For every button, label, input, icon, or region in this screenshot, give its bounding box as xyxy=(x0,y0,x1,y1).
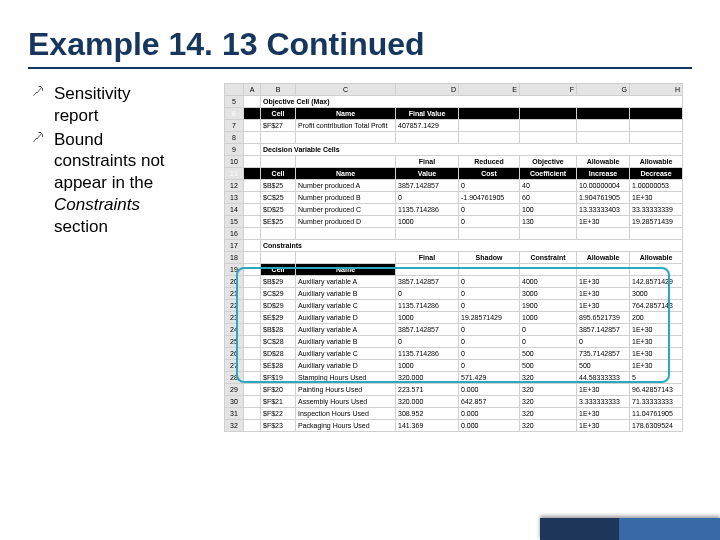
table-row: 32$F$23Packaging Hours Used141.3690.0003… xyxy=(225,420,683,432)
table-row: 10FinalReducedObjectiveAllowableAllowabl… xyxy=(225,156,683,168)
table-row: 19CellName xyxy=(225,264,683,276)
bullet-text: Sensitivity report xyxy=(54,83,131,127)
col-G: G xyxy=(577,84,630,96)
txt: Sensitivity xyxy=(54,84,131,103)
bullet-list: ⸕ Sensitivity report ⸕ Bound constraints… xyxy=(28,83,214,432)
table-row: 8 xyxy=(225,132,683,144)
bullet-marker-icon: ⸕ xyxy=(32,83,46,127)
spreadsheet-wrap: A B C D E F G H 5Objective Cell (Max) 6C… xyxy=(224,83,683,432)
col-A: A xyxy=(244,84,261,96)
table-row: 15$E$25Number produced D100001301E+3019.… xyxy=(225,216,683,228)
table-row: 26$D$28Auxiliary variable C1135.71428605… xyxy=(225,348,683,360)
slide-accent-bar xyxy=(540,518,720,540)
table-row: 28$F$19Stamping Hours Used320.000571.429… xyxy=(225,372,683,384)
table-row: 14$D$25Number produced C1135.71428601001… xyxy=(225,204,683,216)
section-label: Decision Variable Cells xyxy=(261,144,683,156)
table-row: 25$C$28Auxiliary variable B00001E+30 xyxy=(225,336,683,348)
col-H: H xyxy=(630,84,683,96)
bullet-text: Bound constraints not appear in the Cons… xyxy=(54,129,165,238)
col-E: E xyxy=(459,84,520,96)
table-row: 6CellNameFinal Value xyxy=(225,108,683,120)
table-row: 18FinalShadowConstraintAllowableAllowabl… xyxy=(225,252,683,264)
slide: Example 14. 13 Continued ⸕ Sensitivity r… xyxy=(0,0,720,540)
slide-title: Example 14. 13 Continued xyxy=(28,26,692,63)
table-row: 31$F$22Inspection Hours Used308.9520.000… xyxy=(225,408,683,420)
table-row: 7$F$27Profit contribution Total Profit40… xyxy=(225,120,683,132)
bullet-marker-icon: ⸕ xyxy=(32,129,46,238)
title-rule xyxy=(28,67,692,69)
table-row: 5Objective Cell (Max) xyxy=(225,96,683,108)
section-label: Objective Cell (Max) xyxy=(261,96,683,108)
table-row: 21$C$29Auxiliary variable B0030001E+3030… xyxy=(225,288,683,300)
table-row: 12$B$25Number produced A3857.14285704010… xyxy=(225,180,683,192)
table-row: 17Constraints xyxy=(225,240,683,252)
col-C: C xyxy=(296,84,396,96)
txt: report xyxy=(54,106,98,125)
txt: section xyxy=(54,217,108,236)
txt: Bound xyxy=(54,130,103,149)
txt-italic: Constraints xyxy=(54,195,140,214)
table-row: 20$B$29Auxiliary variable A3857.14285704… xyxy=(225,276,683,288)
section-label: Constraints xyxy=(261,240,683,252)
table-row: 23$E$29Auxiliary variable D100019.285714… xyxy=(225,312,683,324)
table-row: 11CellNameValueCostCoefficientIncreaseDe… xyxy=(225,168,683,180)
table-row: 16 xyxy=(225,228,683,240)
txt: constraints not xyxy=(54,151,165,170)
bullet-item: ⸕ Sensitivity report xyxy=(28,83,214,127)
col-F: F xyxy=(520,84,577,96)
spreadsheet: A B C D E F G H 5Objective Cell (Max) 6C… xyxy=(224,83,683,432)
table-row: 30$F$21Assembly Hours Used320.000642.857… xyxy=(225,396,683,408)
corner xyxy=(225,84,244,96)
col-D: D xyxy=(396,84,459,96)
txt: appear in the xyxy=(54,173,153,192)
bullet-item: ⸕ Bound constraints not appear in the Co… xyxy=(28,129,214,238)
table-row: 24$B$28Auxiliary variable A3857.14285700… xyxy=(225,324,683,336)
col-header-row: A B C D E F G H xyxy=(225,84,683,96)
table-row: 13$C$25Number produced B0-1.904761905601… xyxy=(225,192,683,204)
table-row: 9Decision Variable Cells xyxy=(225,144,683,156)
table-row: 29$F$20Painting Hours Used223.5710.00032… xyxy=(225,384,683,396)
content-row: ⸕ Sensitivity report ⸕ Bound constraints… xyxy=(28,83,692,432)
col-B: B xyxy=(261,84,296,96)
table-row: 22$D$29Auxiliary variable C1135.71428601… xyxy=(225,300,683,312)
table-row: 27$E$28Auxiliary variable D100005005001E… xyxy=(225,360,683,372)
